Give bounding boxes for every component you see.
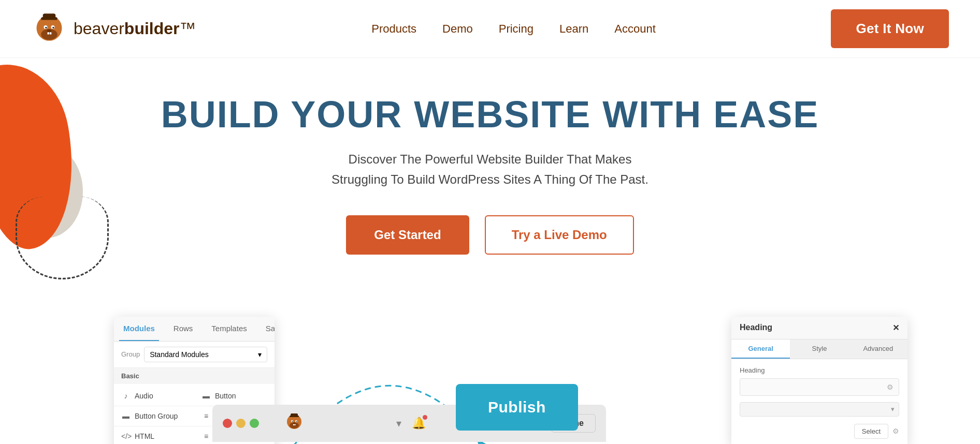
nav-pricing[interactable]: Pricing <box>499 22 534 36</box>
settings-icon[interactable]: ⚙ <box>887 383 893 391</box>
hero-buttons: Get Started Try a Live Demo <box>31 215 949 255</box>
chevron-down-icon[interactable]: ▾ <box>396 417 401 430</box>
get-it-now-button[interactable]: Get It Now <box>831 9 949 48</box>
select-button[interactable]: Select <box>854 424 888 439</box>
notification-bell-icon[interactable]: 🔔 <box>412 417 426 430</box>
tab-rows[interactable]: Rows <box>169 317 197 341</box>
gear-icon[interactable]: ⚙ <box>892 427 899 435</box>
heading-tab-style[interactable]: Style <box>790 339 848 359</box>
heading-tab-advanced[interactable]: Advanced <box>849 339 907 359</box>
svg-rect-15 <box>291 413 298 417</box>
close-traffic-light[interactable] <box>223 419 232 428</box>
builder-preview: Modules Rows Templates Saved 🔍 Group Sta… <box>0 317 980 444</box>
svg-point-6 <box>45 26 47 28</box>
svg-point-20 <box>293 422 296 424</box>
svg-point-8 <box>47 29 52 32</box>
module-button-group[interactable]: ▬ Button Group <box>114 406 194 426</box>
beaver-small-icon <box>284 412 305 433</box>
header: beaverbuilder™ Products Demo Pricing Lea… <box>0 0 980 58</box>
basic-section-label: Basic <box>114 368 275 384</box>
module-html[interactable]: </> HTML <box>114 426 194 444</box>
list-icon: ≡ <box>201 432 211 440</box>
traffic-lights <box>223 419 259 428</box>
chevron-down-icon: ▾ <box>258 350 262 359</box>
chevron-down-icon: ▾ <box>891 405 895 413</box>
modules-group-selector: Group Standard Modules ▾ <box>114 342 275 368</box>
group-label: Group <box>121 350 140 358</box>
html-icon: </> <box>121 432 131 440</box>
nav-account[interactable]: Account <box>614 22 656 36</box>
tab-templates[interactable]: Templates <box>207 317 251 341</box>
svg-rect-10 <box>50 32 52 34</box>
hero-section: BUILD YOUR WEBSITE WITH EASE Discover Th… <box>0 58 980 306</box>
svg-point-7 <box>52 26 54 28</box>
publish-button[interactable]: Publish <box>456 384 578 431</box>
close-icon[interactable]: ✕ <box>892 323 899 333</box>
fullscreen-traffic-light[interactable] <box>250 419 259 428</box>
button-group-icon: ▬ <box>121 412 131 420</box>
tab-saved[interactable]: Saved <box>262 317 275 341</box>
svg-rect-3 <box>43 13 56 19</box>
modules-tabs: Modules Rows Templates Saved 🔍 <box>114 317 275 342</box>
nav-learn[interactable]: Learn <box>559 22 588 36</box>
svg-rect-22 <box>295 424 296 425</box>
heading-select-row: ▾ <box>740 402 899 417</box>
heading-tab-general[interactable]: General <box>731 339 790 359</box>
notification-dot <box>423 415 427 420</box>
svg-rect-21 <box>293 424 294 425</box>
heading-field-label: Heading <box>740 366 899 374</box>
heading-panel: Heading ✕ General Style Advanced Heading… <box>731 317 907 444</box>
heading-panel-title-text: Heading <box>740 323 772 332</box>
heading-panel-body: Heading ⚙ ▾ Select ⚙ <box>731 359 907 444</box>
button-icon: ▬ <box>201 392 211 400</box>
module-audio-label: Audio <box>135 392 153 400</box>
beaver-logo <box>31 11 67 47</box>
publish-button-area: Publish <box>456 384 578 431</box>
audio-icon: ♪ <box>121 392 131 400</box>
heading-actions: Select ⚙ <box>740 424 899 439</box>
module-button-group-label: Button Group <box>135 412 178 420</box>
tab-modules[interactable]: Modules <box>119 317 159 341</box>
svg-point-18 <box>292 421 293 422</box>
logo-area: beaverbuilder™ <box>31 11 196 47</box>
group-select[interactable]: Standard Modules ▾ <box>144 347 267 362</box>
hero-subheading: Discover The Powerful Website Builder Th… <box>314 150 666 189</box>
module-html-label: HTML <box>135 432 154 440</box>
module-button-label: Button <box>215 392 236 400</box>
hero-heading: BUILD YOUR WEBSITE WITH EASE <box>31 94 949 135</box>
heading-panel-title: Heading ✕ <box>731 317 907 339</box>
main-nav: Products Demo Pricing Learn Account <box>371 22 656 36</box>
nav-demo[interactable]: Demo <box>442 22 473 36</box>
live-demo-button[interactable]: Try a Live Demo <box>485 215 634 255</box>
module-button[interactable]: ▬ Button <box>194 386 275 406</box>
minimize-traffic-light[interactable] <box>236 419 246 428</box>
browser-logo <box>284 412 305 435</box>
module-audio[interactable]: ♪ Audio <box>114 386 194 406</box>
heading-panel-tabs: General Style Advanced <box>731 339 907 359</box>
nav-products[interactable]: Products <box>371 22 416 36</box>
heading-size-select[interactable]: ▾ <box>740 402 899 417</box>
get-started-button[interactable]: Get Started <box>346 215 469 255</box>
logo-text: beaverbuilder™ <box>74 19 196 38</box>
svg-rect-9 <box>48 32 50 34</box>
heading-field-input[interactable]: ⚙ <box>740 378 899 396</box>
svg-point-19 <box>296 421 297 422</box>
align-icon: ≡ <box>201 412 211 420</box>
